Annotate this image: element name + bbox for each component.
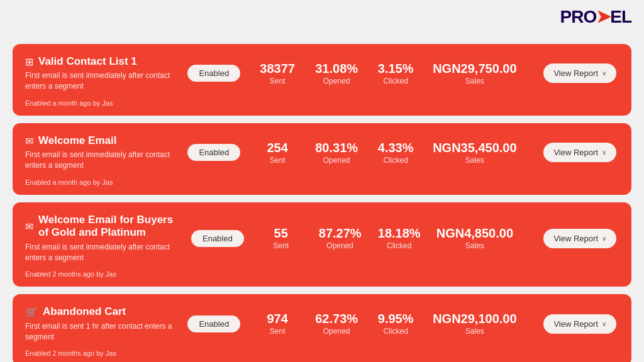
stat-block-2: 87.27% Opened xyxy=(318,226,362,250)
card-footer: Enabled 2 months ago by Jas xyxy=(25,270,616,278)
stat-value-3: 18.18% xyxy=(378,226,421,240)
card-title: Welcome Email xyxy=(38,134,116,147)
card-footer: Enabled 2 months ago by Jas xyxy=(25,349,616,357)
view-report-label: View Report xyxy=(553,148,598,157)
stat-value-2: 31.08% xyxy=(315,62,358,75)
stat-block-4: NGN35,450.00 Sales xyxy=(433,141,516,165)
stat-block-1: 254 Sent xyxy=(255,141,299,165)
card-left: 🛒 Abandoned Cart First email is sent 1 h… xyxy=(25,305,176,342)
card-3: ✉ Welcome Email for Buyers of Gold and P… xyxy=(13,202,631,287)
stat-value-1: 55 xyxy=(274,226,288,240)
stat-block-3: 3.15% Clicked xyxy=(374,62,418,85)
stat-block-3: 9.95% Clicked xyxy=(374,312,418,336)
status-badge: Enabled xyxy=(191,230,244,247)
card-footer: Enabled a month ago by Jas xyxy=(25,178,616,186)
stat-label-4: Sales xyxy=(465,241,484,250)
stat-block-4: NGN29,100.00 Sales xyxy=(433,312,516,336)
chevron-down-icon: ∨ xyxy=(602,235,606,242)
card-left: ✉ Welcome Email First email is sent imme… xyxy=(25,134,176,171)
stat-value-3: 4.33% xyxy=(378,141,414,155)
card-2: ✉ Welcome Email First email is sent imme… xyxy=(13,123,631,195)
card-subtitle: First email is sent immediately after co… xyxy=(25,242,176,263)
stat-label-2: Opened xyxy=(323,327,350,336)
card-subtitle: First email is sent 1 hr after contact e… xyxy=(25,321,176,343)
stat-block-1: 974 Sent xyxy=(255,312,299,336)
chevron-down-icon: ∨ xyxy=(602,149,606,156)
stat-value-4: NGN4,850.00 xyxy=(436,226,513,240)
status-badge: Enabled xyxy=(187,144,240,161)
stat-block-2: 31.08% Opened xyxy=(314,62,358,85)
stat-block-1: 38377 Sent xyxy=(255,62,299,85)
stat-block-1: 55 Sent xyxy=(259,226,303,250)
view-report-label: View Report xyxy=(553,234,598,243)
stat-label-1: Sent xyxy=(270,327,286,336)
stat-label-4: Sales xyxy=(465,156,484,165)
card-title: Valid Contact List 1 xyxy=(38,55,137,68)
stat-block-4: NGN29,750.00 Sales xyxy=(433,62,516,85)
view-report-button[interactable]: View Report ∨ xyxy=(543,63,616,83)
stat-label-3: Clicked xyxy=(383,156,408,165)
view-report-label: View Report xyxy=(553,319,598,329)
card-title-row: ⊞ Valid Contact List 1 xyxy=(25,55,176,68)
card-right: View Report ∨ xyxy=(528,63,616,83)
email-icon: ✉ xyxy=(25,221,33,233)
card-title: Abandoned Cart xyxy=(43,305,126,318)
stat-block-3: 4.33% Clicked xyxy=(374,141,418,165)
card-middle: Enabled 974 Sent 62.73% Opened 9.95% Cli… xyxy=(176,312,528,336)
card-left: ✉ Welcome Email for Buyers of Gold and P… xyxy=(25,214,176,263)
status-badge: Enabled xyxy=(187,315,240,332)
page-wrapper: PRO➤EL ⊞ Valid Contact List 1 First emai… xyxy=(0,0,644,362)
status-badge: Enabled xyxy=(187,65,240,82)
view-report-button[interactable]: View Report ∨ xyxy=(543,314,616,334)
stat-label-4: Sales xyxy=(465,327,484,336)
stat-value-2: 80.31% xyxy=(315,141,358,155)
stat-value-3: 3.15% xyxy=(378,62,414,75)
grid-icon: ⊞ xyxy=(25,56,33,68)
cards-container: ⊞ Valid Contact List 1 First email is se… xyxy=(13,44,631,362)
cart-icon: 🛒 xyxy=(25,306,38,318)
card-subtitle: First email is sent immediately after co… xyxy=(25,150,176,171)
card-title-row: ✉ Welcome Email for Buyers of Gold and P… xyxy=(25,214,176,239)
stat-value-1: 38377 xyxy=(260,62,295,75)
card-title-row: 🛒 Abandoned Cart xyxy=(25,305,176,318)
stat-value-2: 62.73% xyxy=(315,312,358,326)
logo-arrow: ➤ xyxy=(596,7,610,26)
chevron-down-icon: ∨ xyxy=(602,321,606,327)
stat-label-1: Sent xyxy=(273,241,289,250)
stat-label-2: Opened xyxy=(323,77,350,85)
stat-block-2: 62.73% Opened xyxy=(314,312,358,336)
card-middle: Enabled 55 Sent 87.27% Opened 18.18% Cli… xyxy=(176,226,528,250)
stat-label-2: Opened xyxy=(326,241,353,250)
stat-label-1: Sent xyxy=(270,77,286,85)
card-middle: Enabled 254 Sent 80.31% Opened 4.33% Cli… xyxy=(176,141,528,165)
email-icon: ✉ xyxy=(25,135,33,147)
card-title: Welcome Email for Buyers of Gold and Pla… xyxy=(38,214,176,239)
stat-label-1: Sent xyxy=(270,156,286,165)
stat-label-3: Clicked xyxy=(383,327,408,336)
view-report-label: View Report xyxy=(553,69,598,78)
card-right: View Report ∨ xyxy=(528,314,616,334)
stat-label-3: Clicked xyxy=(383,77,408,85)
card-4: 🛒 Abandoned Cart First email is sent 1 h… xyxy=(13,294,631,362)
logo-pro: PRO xyxy=(560,7,597,26)
stat-value-1: 254 xyxy=(267,141,287,155)
chevron-down-icon: ∨ xyxy=(602,70,606,77)
card-title-row: ✉ Welcome Email xyxy=(25,134,176,147)
stat-label-2: Opened xyxy=(323,156,350,165)
card-left: ⊞ Valid Contact List 1 First email is se… xyxy=(25,55,176,92)
logo-pel: EL xyxy=(610,7,631,26)
stat-block-2: 80.31% Opened xyxy=(314,141,358,165)
stat-value-4: NGN35,450.00 xyxy=(433,141,516,155)
stat-block-4: NGN4,850.00 Sales xyxy=(436,226,513,250)
card-1: ⊞ Valid Contact List 1 First email is se… xyxy=(13,44,631,116)
card-footer: Enabled a month ago by Jas xyxy=(25,99,616,107)
card-right: View Report ∨ xyxy=(528,229,616,248)
view-report-button[interactable]: View Report ∨ xyxy=(543,229,616,248)
card-top: 🛒 Abandoned Cart First email is sent 1 h… xyxy=(25,305,616,342)
card-right: View Report ∨ xyxy=(528,143,616,162)
logo: PRO➤EL xyxy=(560,6,631,27)
stat-label-3: Clicked xyxy=(387,241,411,250)
stat-block-3: 18.18% Clicked xyxy=(377,226,421,250)
stat-value-1: 974 xyxy=(267,312,287,326)
view-report-button[interactable]: View Report ∨ xyxy=(543,143,616,162)
